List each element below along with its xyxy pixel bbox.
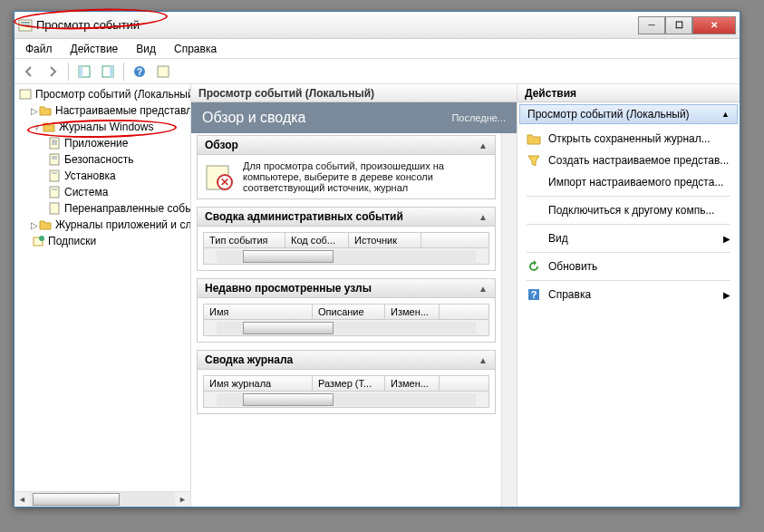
actions-header: Действия [517, 84, 740, 102]
svg-rect-18 [50, 170, 59, 181]
tree-subs-label: Подписки [48, 235, 96, 247]
svg-rect-22 [50, 203, 59, 214]
svg-rect-1 [21, 22, 30, 24]
help-button[interactable]: ? [129, 61, 150, 82]
col-event-type[interactable]: Тип события [204, 233, 285, 247]
connect-icon [527, 203, 541, 218]
chevron-up-icon: ▲ [479, 212, 488, 222]
overview-text: Для просмотра событий, произошедших на к… [243, 160, 489, 193]
col-name[interactable]: Имя [204, 305, 313, 319]
recent-hscrollbar[interactable] [203, 320, 489, 336]
action-help[interactable]: ? Справка ▶ [521, 284, 736, 305]
tree-forwarded[interactable]: Перенаправленные события [15, 200, 190, 217]
tree-system[interactable]: Система [15, 184, 190, 200]
subscriptions-icon [31, 234, 45, 248]
col-event-id[interactable]: Код соб... [285, 233, 349, 247]
action-open-saved-log[interactable]: Открыть сохраненный журнал... [521, 128, 736, 150]
chevron-up-icon: ▲ [479, 140, 488, 150]
action-import-custom-view[interactable]: Импорт настраиваемого предста... [521, 171, 736, 193]
chevron-right-icon: ▶ [723, 234, 730, 244]
action-refresh[interactable]: Обновить [521, 256, 736, 277]
tree-windows-logs[interactable]: ▿ Журналы Windows [15, 119, 190, 135]
log-icon [47, 201, 62, 216]
section-logsum-header[interactable]: Сводка журнала▲ [197, 350, 496, 370]
logsum-hscrollbar[interactable] [203, 392, 489, 408]
menu-help[interactable]: Справка [167, 41, 224, 57]
col-log-name[interactable]: Имя журнала [204, 376, 313, 391]
properties-button[interactable] [152, 61, 174, 82]
col-size[interactable]: Размер (Т... [313, 376, 385, 391]
tree-system-label: Система [64, 186, 108, 198]
menu-file[interactable]: Файл [18, 41, 60, 57]
filter-icon [527, 153, 541, 168]
menu-view[interactable]: Вид [129, 41, 163, 57]
log-icon [47, 169, 62, 183]
tree-app-service-logs[interactable]: ▷ Журналы приложений и служб [15, 217, 190, 233]
chevron-up-icon: ▲ [479, 355, 488, 365]
folder-icon [42, 120, 56, 134]
tree-root[interactable]: Просмотр событий (Локальный) [15, 86, 190, 102]
col-description[interactable]: Описание [313, 305, 385, 319]
col-modified[interactable]: Измен... [385, 376, 440, 391]
forward-button[interactable] [42, 61, 63, 82]
tree-security[interactable]: Безопасность [15, 151, 190, 168]
actions-group-header[interactable]: Просмотр событий (Локальный) ▲ [519, 104, 738, 124]
close-button[interactable]: ✕ [692, 16, 736, 34]
tree-setup[interactable]: Установка [15, 168, 190, 184]
tree-custom-views[interactable]: ▷ Настраиваемые представления [15, 102, 190, 119]
section-recent-header[interactable]: Недавно просмотренные узлы▲ [197, 278, 496, 298]
admin-columns[interactable]: Тип события Код соб... Источник [203, 232, 489, 248]
section-admin-title: Сводка административных событий [205, 210, 403, 223]
svg-rect-4 [79, 66, 82, 77]
logsum-columns[interactable]: Имя журнала Размер (Т... Измен... [203, 375, 489, 392]
log-icon [47, 136, 62, 150]
tree-application[interactable]: Приложение [15, 135, 190, 151]
admin-hscrollbar[interactable] [203, 248, 489, 265]
tree-setup-label: Установка [64, 169, 116, 182]
main-pane: Просмотр событий (Локальный) Обзор и сво… [191, 84, 517, 507]
window-title: Просмотр событий [36, 18, 638, 32]
log-icon [47, 185, 62, 199]
tree-subscriptions[interactable]: Подписки [15, 233, 190, 249]
tree-app-service-label: Журналы приложений и служб [55, 218, 191, 231]
action-label: Обновить [548, 260, 597, 273]
actions-group-title: Просмотр событий (Локальный) [527, 108, 690, 121]
svg-rect-9 [158, 66, 169, 77]
back-button[interactable] [18, 61, 40, 82]
action-create-custom-view[interactable]: Создать настраиваемое представ... [521, 150, 736, 171]
menu-action[interactable]: Действие [63, 41, 126, 57]
expander-icon[interactable]: ▷ [31, 220, 38, 230]
col-source[interactable]: Источник [349, 233, 421, 247]
svg-rect-20 [50, 187, 59, 198]
expander-icon[interactable]: ▷ [31, 106, 38, 116]
titlebar: Просмотр событий ─ ☐ ✕ [15, 12, 740, 39]
action-label: Вид [548, 232, 568, 245]
svg-point-24 [39, 236, 44, 241]
app-icon [18, 18, 33, 33]
action-label: Открыть сохраненный журнал... [548, 132, 711, 145]
minimize-button[interactable]: ─ [638, 16, 665, 34]
tree-hscrollbar[interactable]: ◄► [15, 491, 190, 507]
expander-icon[interactable]: ▿ [31, 122, 42, 132]
refresh-icon [527, 259, 541, 274]
recent-columns[interactable]: Имя Описание Измен... [203, 304, 489, 320]
section-overview-title: Обзор [205, 139, 238, 151]
svg-rect-15 [50, 154, 59, 165]
folder-icon [38, 218, 53, 232]
import-icon [527, 175, 541, 189]
view-icon [527, 231, 541, 246]
maximize-button[interactable]: ☐ [665, 16, 692, 34]
section-overview-header[interactable]: Обзор▲ [197, 135, 496, 155]
chevron-up-icon: ▲ [721, 110, 730, 119]
show-hide-actions-button[interactable] [97, 61, 119, 82]
section-admin-header[interactable]: Сводка административных событий▲ [197, 207, 496, 227]
action-connect-computer[interactable]: Подключиться к другому компь... [521, 199, 736, 221]
main-vscrollbar[interactable] [501, 133, 517, 507]
svg-rect-11 [50, 138, 59, 149]
folder-open-icon [527, 131, 541, 146]
banner-title: Обзор и сводка [202, 110, 306, 126]
col-modified[interactable]: Измен... [385, 305, 440, 319]
action-view[interactable]: Вид ▶ [521, 227, 736, 249]
tree-security-label: Безопасность [64, 153, 134, 166]
show-hide-tree-button[interactable] [73, 61, 95, 82]
